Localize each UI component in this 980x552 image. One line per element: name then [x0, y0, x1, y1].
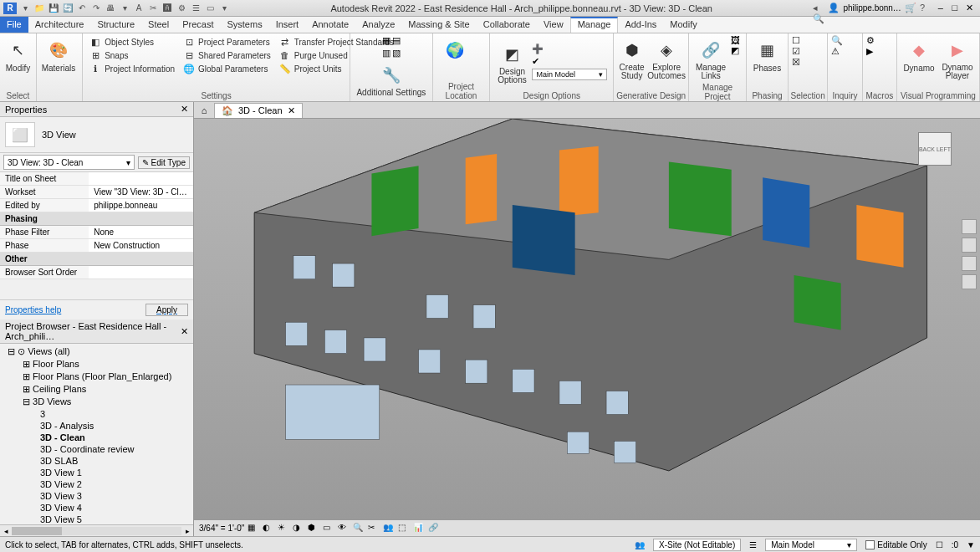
view-3[interactable]: 3 [3, 408, 190, 420]
view-1[interactable]: 3D View 1 [3, 467, 190, 478]
tab-insert[interactable]: Insert [269, 17, 306, 33]
cart-icon[interactable]: 🛒 [905, 3, 916, 14]
qat-open-icon[interactable]: ▾ [19, 3, 31, 14]
maximize-button[interactable]: □ [949, 3, 961, 14]
qat-measure-icon[interactable]: ▾ [119, 3, 130, 14]
nav-wheel-icon[interactable] [962, 219, 977, 234]
browser-close-icon[interactable]: ✕ [181, 326, 188, 337]
manage-img-icon[interactable]: 🖼 [731, 35, 740, 45]
home-tab-icon[interactable]: ⌂ [197, 104, 211, 117]
qat-save-icon[interactable]: 💾 [48, 3, 59, 14]
view-coord[interactable]: 3D - Coordinate review [3, 443, 190, 455]
dynamo-player-button[interactable]: ▶Dynamo Player [939, 35, 976, 80]
tab-massing[interactable]: Massing & Site [401, 17, 476, 33]
view-4[interactable]: 3D View 4 [3, 502, 190, 514]
inq1-icon[interactable]: 🔍 [831, 35, 843, 46]
main-model-combo[interactable]: Main Model▾ [532, 69, 607, 80]
views-root[interactable]: ⊟ ⊙ Views (all) [3, 345, 190, 358]
modify-button[interactable]: ↖Modify [3, 35, 33, 73]
search-icon[interactable]: ◂🔍 [813, 3, 824, 14]
panel-icon[interactable]: ▤ [392, 35, 401, 46]
sel1-icon[interactable]: ☐ [792, 35, 800, 46]
qat-folder-icon[interactable]: 📁 [33, 3, 45, 14]
macro1-icon[interactable]: ⚙ [866, 35, 875, 46]
filter-icon[interactable]: ▼ [967, 540, 975, 549]
create-study-button[interactable]: ⬢Create Study [617, 35, 646, 80]
qat-text-icon[interactable]: A [133, 3, 145, 14]
nav-orbit-icon[interactable] [962, 274, 977, 289]
tree-ceiling[interactable]: ⊞ Ceiling Plans [3, 383, 190, 396]
sun-icon[interactable]: ☀ [278, 523, 289, 534]
section-icon[interactable]: ✂ [368, 523, 380, 534]
tree-floorplans[interactable]: ⊞ Floor Plans [3, 358, 190, 371]
edit-type-button[interactable]: ✎ Edit Type [138, 156, 190, 169]
type-selector-combo[interactable]: 3D View: 3D - Clean▾ [3, 155, 135, 170]
qat-print-icon[interactable]: 🖶 [105, 3, 116, 14]
tab-steel[interactable]: Steel [141, 17, 176, 33]
tab-modify[interactable]: Modify [663, 17, 703, 33]
prop-editedby-v[interactable]: philippe.bonneau [89, 199, 193, 212]
workset-icon[interactable]: 👥 [635, 540, 645, 549]
detail-icon[interactable]: ▦ [248, 523, 259, 534]
object-styles-button[interactable]: ◧Object Styles [86, 35, 178, 49]
viewcube[interactable]: BACK LEFT [918, 132, 960, 174]
tab-manage[interactable]: Manage [570, 17, 619, 33]
project-tree[interactable]: ⊟ ⊙ Views (all) ⊞ Floor Plans ⊞ Floor Pl… [0, 344, 193, 524]
location-button[interactable]: 🌍 [436, 35, 473, 62]
design-options-button[interactable]: ◩Design Options [493, 39, 530, 84]
design-option-combo[interactable]: Main Model▾ [765, 539, 857, 551]
dynamo-button[interactable]: ◆Dynamo [901, 35, 937, 73]
view-clean[interactable]: 3D - Clean [3, 432, 190, 443]
decal-icon[interactable]: ◩ [731, 45, 740, 56]
prop-phasefilter-v[interactable]: None [89, 226, 193, 238]
link-display-icon[interactable]: 🔗 [428, 523, 440, 534]
materials-button[interactable]: 🎨Materials [40, 35, 77, 73]
tree-floorplans-enlarged[interactable]: ⊞ Floor Plans (Floor Plan_Enlarged) [3, 371, 190, 383]
struct-icon[interactable]: ▥ [382, 48, 390, 59]
model-icon[interactable]: ☰ [749, 540, 757, 549]
worksharing-icon[interactable]: 👥 [383, 523, 395, 534]
user-name[interactable]: philippe.bonn… [843, 3, 901, 13]
view-analysis[interactable]: 3D - Analysis [3, 420, 190, 432]
qat-list-icon[interactable]: ☰ [190, 3, 202, 14]
qat-redo-icon[interactable]: ↷ [90, 3, 102, 14]
tab-close-icon[interactable]: ✕ [288, 105, 295, 116]
tab-structure[interactable]: Structure [90, 17, 141, 33]
nav-zoom-icon[interactable] [962, 256, 977, 271]
add-option-icon[interactable]: ➕ [532, 43, 607, 54]
prop-sort-v[interactable] [89, 266, 193, 279]
prop-workset-v[interactable]: View "3D View: 3D - Cl… [89, 186, 193, 198]
tab-systems[interactable]: Systems [220, 17, 268, 33]
sel2-icon[interactable]: ☑ [792, 46, 800, 57]
phases-button[interactable]: ▦Phases [750, 35, 784, 73]
tab-analyze[interactable]: Analyze [355, 17, 401, 33]
additional-settings-button[interactable]: 🔧Additional Settings [356, 60, 426, 97]
render-icon[interactable]: ⬢ [308, 523, 319, 534]
manage-links-button[interactable]: 🔗Manage Links [692, 35, 729, 80]
browser-scrollbar[interactable]: ◂▸ [0, 524, 193, 536]
crop-icon[interactable]: ▭ [323, 523, 334, 534]
shadow-icon[interactable]: ◑ [293, 523, 304, 534]
properties-help-link[interactable]: Properties help [5, 305, 61, 314]
tab-view[interactable]: View [537, 17, 570, 33]
status-select-icon[interactable]: ☐ [936, 540, 943, 549]
view-tab[interactable]: 🏠3D - Clean✕ [214, 103, 303, 118]
tab-file[interactable]: File [0, 17, 28, 33]
tab-annotate[interactable]: Annotate [305, 17, 355, 33]
view-3b[interactable]: 3D View 3 [3, 490, 190, 502]
sel3-icon[interactable]: ☒ [792, 57, 800, 68]
active-workset[interactable]: X-Site (Not Editable) [653, 539, 741, 551]
minimize-button[interactable]: – [935, 3, 947, 14]
qat-settings-icon[interactable]: ⚙ [176, 3, 187, 14]
tab-collaborate[interactable]: Collaborate [477, 17, 537, 33]
apply-button[interactable]: Apply [145, 304, 188, 316]
shared-params-button[interactable]: ⊟Shared Parameters [180, 49, 274, 62]
help-icon[interactable]: ? [920, 3, 932, 14]
view-2[interactable]: 3D View 2 [3, 478, 190, 490]
3d-viewport[interactable]: BACK LEFT [194, 119, 980, 519]
project-params-button[interactable]: ⊡Project Parameters [180, 35, 274, 49]
tab-architecture[interactable]: Architecture [28, 17, 91, 33]
snaps-button[interactable]: ⊞Snaps [86, 49, 178, 62]
view-5[interactable]: 3D View 5 [3, 514, 190, 524]
pick-option-icon[interactable]: ✔ [532, 56, 607, 67]
